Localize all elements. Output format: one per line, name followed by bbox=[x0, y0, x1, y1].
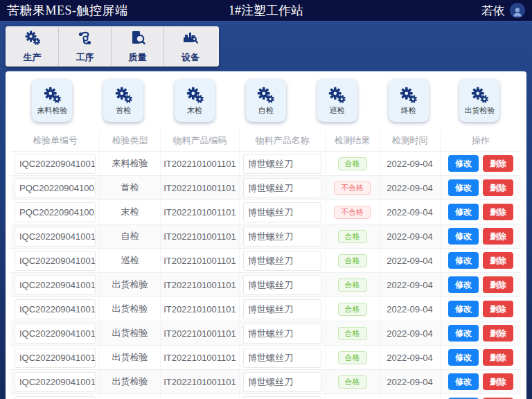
inspection-type: 出货检验 bbox=[100, 273, 161, 296]
tab-production[interactable]: 生产 bbox=[6, 27, 59, 66]
double-gear-icon bbox=[43, 86, 62, 105]
edit-button[interactable]: 修改 bbox=[448, 325, 479, 342]
gears-icon bbox=[24, 30, 41, 49]
edit-button[interactable]: 修改 bbox=[448, 373, 479, 390]
content-panel: 来料检验 首检 末检 自检 巡检 终检 bbox=[6, 71, 526, 399]
tab-label: 生产 bbox=[24, 51, 42, 64]
material-code: IT2022101001101 bbox=[161, 249, 240, 272]
result-badge: 不合格 bbox=[334, 206, 371, 219]
tab-equipment[interactable]: 设备 bbox=[164, 27, 217, 66]
material-name-field: 博世螺丝刀 bbox=[243, 323, 321, 344]
qc-button-row: 来料检验 首检 末检 自检 巡检 终检 bbox=[6, 71, 526, 127]
material-code: IT2022101001101 bbox=[161, 370, 240, 393]
material-name-field: 博世螺丝刀 bbox=[243, 251, 321, 271]
delete-button[interactable]: 删除 bbox=[483, 252, 513, 269]
qc-button-end-inspection[interactable]: 终检 bbox=[389, 79, 429, 122]
inspection-date: 2022-09-04 bbox=[380, 297, 441, 321]
double-gear-icon bbox=[399, 86, 418, 105]
inspection-date: 2022-09-04 bbox=[380, 249, 441, 272]
table-row: IQC202209041001 自检 IT2022101001101 博世螺丝刀… bbox=[11, 224, 521, 249]
inspection-type: 出货检验 bbox=[100, 321, 161, 345]
material-code: IT2022101001101 bbox=[161, 346, 240, 369]
station-title: 1#注塑工作站 bbox=[229, 2, 303, 19]
result-badge: 合格 bbox=[338, 230, 367, 243]
delete-button[interactable]: 删除 bbox=[483, 228, 513, 245]
qc-button-first-inspection[interactable]: 首检 bbox=[103, 79, 143, 122]
qc-button-label: 来料检验 bbox=[37, 105, 67, 116]
edit-button[interactable]: 修改 bbox=[448, 252, 479, 269]
screen: 苦糖果MES-触控屏端 1#注塑工作站 若依 生产 工序 质量 设备 bbox=[0, 0, 532, 399]
inspection-type: 巡检 bbox=[100, 249, 161, 272]
qc-button-self-inspection[interactable]: 自检 bbox=[246, 79, 286, 122]
order-no-field: IQC202209041001 bbox=[15, 348, 96, 368]
column-header: 操作 bbox=[441, 130, 521, 151]
inspection-type: 末检 bbox=[100, 200, 161, 224]
qc-button-label: 出货检验 bbox=[464, 105, 495, 116]
inspection-type: 首检 bbox=[100, 176, 161, 200]
material-name-field: 博世螺丝刀 bbox=[243, 227, 321, 247]
qc-button-incoming-inspection[interactable]: 来料检验 bbox=[32, 79, 72, 122]
material-code: IT2022101001101 bbox=[161, 273, 240, 296]
inspection-date: 2022-09-04 bbox=[380, 176, 441, 200]
table-row: IQC202209041001 来料检验 IT2022101001101 博世螺… bbox=[11, 152, 521, 176]
username: 若依 bbox=[481, 3, 505, 19]
material-name-field: 博世螺丝刀 bbox=[243, 154, 321, 174]
material-code: IT2022101001101 bbox=[161, 200, 240, 224]
tab-label: 工序 bbox=[76, 51, 94, 64]
qc-button-label: 终检 bbox=[401, 105, 416, 116]
inspection-type: 出货检验 bbox=[100, 346, 161, 369]
delete-button[interactable]: 删除 bbox=[483, 155, 513, 172]
order-no-field: IQC202209041001 bbox=[15, 251, 96, 271]
material-name-field: 博世螺丝刀 bbox=[243, 178, 321, 198]
table-row: IQC202209041001 出货检验 IT2022101001101 博世螺… bbox=[11, 346, 521, 370]
edit-button[interactable]: 修改 bbox=[448, 301, 479, 317]
result-badge: 合格 bbox=[338, 254, 367, 267]
table-row: PQC202209041001 末检 IT2022101001101 博世螺丝刀… bbox=[11, 200, 521, 224]
material-name-field: 博世螺丝刀 bbox=[243, 372, 321, 392]
delete-button[interactable]: 删除 bbox=[483, 349, 513, 366]
tab-label: 设备 bbox=[181, 51, 200, 64]
result-badge: 合格 bbox=[338, 375, 367, 389]
edit-button[interactable]: 修改 bbox=[448, 204, 479, 220]
table-row: PQC202209041001 首检 IT2022101001101 博世螺丝刀… bbox=[11, 176, 521, 200]
qc-button-shipment-inspection[interactable]: 出货检验 bbox=[459, 79, 499, 122]
delete-button[interactable]: 删除 bbox=[483, 276, 513, 293]
inspection-type: 出货检验 bbox=[100, 297, 161, 321]
material-name-field: 博世螺丝刀 bbox=[243, 299, 321, 319]
qc-button-final-inspection[interactable]: 末检 bbox=[175, 79, 215, 122]
delete-button[interactable]: 删除 bbox=[483, 179, 513, 196]
order-no-field: PQC202209041001 bbox=[15, 178, 96, 198]
edit-button[interactable]: 修改 bbox=[448, 276, 479, 293]
edit-button[interactable]: 修改 bbox=[448, 349, 479, 366]
table-row: IQC202209041001 巡检 IT2022101001101 博世螺丝刀… bbox=[11, 249, 521, 273]
order-no-field: IQC202209041001 bbox=[15, 323, 96, 344]
order-no-field: IQC202209041001 bbox=[15, 275, 96, 295]
tab-process[interactable]: 工序 bbox=[59, 27, 112, 66]
double-gear-icon bbox=[256, 86, 275, 105]
edit-button[interactable]: 修改 bbox=[448, 179, 479, 196]
nav-tabs: 生产 工序 质量 设备 bbox=[6, 26, 219, 66]
delete-button[interactable]: 删除 bbox=[483, 204, 513, 220]
delete-button[interactable]: 删除 bbox=[483, 373, 513, 390]
double-gear-icon bbox=[186, 86, 204, 105]
delete-button[interactable]: 删除 bbox=[483, 325, 513, 342]
inspection-date: 2022-09-04 bbox=[380, 370, 441, 393]
edit-button[interactable]: 修改 bbox=[448, 228, 479, 245]
material-code: IT2022101001101 bbox=[161, 224, 240, 248]
order-no-field: IQC202209041001 bbox=[15, 372, 96, 392]
inspection-type: 自检 bbox=[100, 224, 161, 248]
delete-button[interactable]: 删除 bbox=[483, 301, 513, 317]
avatar[interactable] bbox=[510, 3, 525, 18]
table-row: IQC202209041001 出货检验 IT2022101001101 博世螺… bbox=[11, 370, 521, 394]
tab-label: 质量 bbox=[129, 51, 147, 64]
tab-quality[interactable]: 质量 bbox=[112, 27, 164, 66]
material-name-field: 博世螺丝刀 bbox=[243, 396, 321, 399]
order-no-field: IQC202209041001 bbox=[15, 227, 96, 247]
double-gear-icon bbox=[470, 86, 489, 105]
inspection-table: 检验单编号 检验类型 物料产品编码 物料产品名称 检测结果 检测时间 操作 IQ… bbox=[11, 130, 521, 399]
double-gear-icon bbox=[114, 86, 133, 105]
qc-button-patrol-inspection[interactable]: 巡检 bbox=[317, 79, 357, 122]
edit-button[interactable]: 修改 bbox=[448, 155, 479, 172]
user-area[interactable]: 若依 bbox=[481, 3, 525, 19]
order-no-field: IQC202209041001 bbox=[15, 299, 96, 319]
